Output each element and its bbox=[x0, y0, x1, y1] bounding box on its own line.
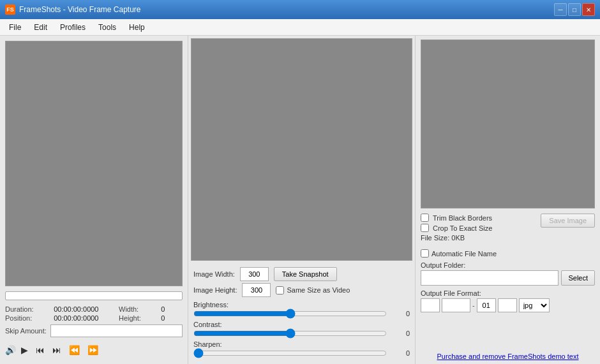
same-size-label: Same Size as Video bbox=[287, 286, 350, 294]
image-width-input[interactable] bbox=[240, 267, 269, 281]
left-panel: Duration: 00:00:00:0000 Width: 0 Positio… bbox=[0, 36, 188, 364]
crop-exact-size-row: Crop To Exact Size bbox=[421, 224, 492, 232]
sharpen-block: Sharpen: 0 bbox=[193, 340, 410, 358]
contrast-block: Contrast: 0 bbox=[193, 321, 410, 338]
title-bar-controls: ─ □ ✕ bbox=[554, 3, 595, 16]
menu-profiles[interactable]: Profiles bbox=[54, 21, 92, 34]
info-grid: Duration: 00:00:00:0000 Width: 0 Positio… bbox=[5, 305, 183, 322]
format-field-4[interactable] bbox=[498, 298, 517, 312]
right-panel: Trim Black Borders Crop To Exact Size Sa… bbox=[415, 36, 600, 364]
position-value: 00:00:00:0000 bbox=[54, 314, 116, 322]
brightness-value: 0 bbox=[391, 310, 410, 317]
sharpen-slider-container bbox=[193, 349, 387, 358]
menu-bar: File Edit Profiles Tools Help bbox=[0, 19, 600, 36]
output-format-section: Output File Format: - jpg png bmp bbox=[421, 289, 595, 312]
contrast-label: Contrast: bbox=[193, 321, 410, 328]
sharpen-label: Sharpen: bbox=[193, 340, 410, 348]
rewind-button[interactable]: ⏪ bbox=[66, 344, 82, 356]
main-content: Duration: 00:00:00:0000 Width: 0 Positio… bbox=[0, 36, 600, 364]
prev-frame-button[interactable]: ⏮ bbox=[33, 344, 47, 356]
video-preview-left bbox=[5, 41, 183, 286]
minimize-button[interactable]: ─ bbox=[554, 3, 567, 16]
output-folder-section: Output Folder: Select bbox=[421, 261, 595, 286]
auto-filename-label: Automatic File Name bbox=[431, 250, 497, 258]
brightness-slider[interactable] bbox=[193, 309, 387, 318]
format-field-3[interactable] bbox=[477, 298, 496, 312]
title-bar-left: FS FrameShots - Video Frame Capture bbox=[5, 4, 141, 15]
format-field-1[interactable] bbox=[421, 298, 440, 312]
app-icon: FS bbox=[5, 4, 15, 15]
right-video-preview bbox=[421, 40, 595, 208]
format-inputs: - jpg png bmp bbox=[421, 298, 595, 312]
save-image-button[interactable]: Save Image bbox=[541, 214, 595, 228]
height-label: Height: bbox=[119, 314, 158, 322]
format-ext-select[interactable]: jpg png bmp bbox=[519, 298, 550, 312]
next-frame-button[interactable]: ⏭ bbox=[50, 344, 64, 356]
format-dash: - bbox=[472, 302, 475, 309]
file-size-row: File Size: 0KB bbox=[421, 234, 595, 242]
volume-icon: 🔊 bbox=[5, 345, 16, 355]
auto-filename-checkbox[interactable] bbox=[421, 249, 429, 258]
controls-area: Image Width: Take Snapshot Image Height:… bbox=[188, 263, 415, 364]
same-size-checkbox[interactable] bbox=[276, 286, 284, 295]
brightness-label: Brightness: bbox=[193, 301, 410, 309]
same-size-row: Same Size as Video bbox=[276, 286, 350, 295]
brightness-block: Brightness: 0 bbox=[193, 301, 410, 318]
duration-label: Duration: bbox=[5, 305, 51, 313]
fast-forward-button[interactable]: ⏩ bbox=[85, 344, 101, 356]
width-label: Width: bbox=[119, 305, 158, 313]
transport-controls: 🔊 ▶ ⏮ ⏭ ⏪ ⏩ bbox=[5, 341, 183, 359]
save-row: Save Image bbox=[541, 214, 595, 228]
brightness-slider-container bbox=[193, 309, 387, 318]
sharpen-row: 0 bbox=[193, 349, 410, 358]
file-size-value: 0KB bbox=[451, 234, 465, 242]
crop-exact-size-checkbox[interactable] bbox=[421, 224, 429, 232]
controls-row-1: Image Width: Take Snapshot bbox=[193, 267, 410, 281]
crop-exact-size-label: Crop To Exact Size bbox=[433, 224, 492, 232]
controls-row-2: Image Height: Same Size as Video bbox=[193, 283, 410, 297]
contrast-slider[interactable] bbox=[193, 329, 387, 338]
file-size-label: File Size: bbox=[421, 234, 449, 242]
progress-bar-container bbox=[5, 291, 183, 302]
output-folder-label: Output Folder: bbox=[421, 261, 595, 269]
trim-black-borders-label: Trim Black Borders bbox=[433, 214, 492, 222]
duration-value: 00:00:00:0000 bbox=[54, 305, 116, 313]
menu-help[interactable]: Help bbox=[123, 21, 151, 34]
close-button[interactable]: ✕ bbox=[582, 3, 595, 16]
position-label: Position: bbox=[5, 314, 51, 322]
contrast-row: 0 bbox=[193, 329, 410, 338]
menu-tools[interactable]: Tools bbox=[92, 21, 123, 34]
skip-row: Skip Amount: bbox=[5, 324, 183, 337]
app-title: FrameShots - Video Frame Capture bbox=[19, 5, 141, 14]
trim-black-borders-row: Trim Black Borders bbox=[421, 214, 492, 222]
width-value: 0 bbox=[161, 305, 183, 313]
title-bar: FS FrameShots - Video Frame Capture ─ □ … bbox=[0, 0, 600, 19]
trim-black-borders-checkbox[interactable] bbox=[421, 214, 429, 222]
sharpen-slider[interactable] bbox=[193, 349, 387, 358]
skip-amount-input[interactable] bbox=[50, 324, 183, 337]
middle-panel: Image Width: Take Snapshot Image Height:… bbox=[188, 36, 415, 364]
format-field-2[interactable] bbox=[442, 298, 470, 312]
height-value: 0 bbox=[161, 314, 183, 322]
progress-bar[interactable] bbox=[5, 291, 183, 300]
select-button[interactable]: Select bbox=[561, 270, 595, 286]
image-width-label: Image Width: bbox=[193, 270, 235, 278]
output-format-label: Output File Format: bbox=[421, 289, 595, 297]
auto-filename-row: Automatic File Name bbox=[421, 249, 595, 258]
maximize-button[interactable]: □ bbox=[568, 3, 581, 16]
trim-section: Trim Black Borders Crop To Exact Size Sa… bbox=[421, 214, 595, 245]
image-height-input[interactable] bbox=[242, 283, 271, 297]
take-snapshot-button[interactable]: Take Snapshot bbox=[274, 267, 337, 281]
menu-file[interactable]: File bbox=[3, 21, 27, 34]
sharpen-value: 0 bbox=[391, 349, 410, 357]
contrast-slider-container bbox=[193, 329, 387, 338]
folder-input-row: Select bbox=[421, 270, 595, 286]
output-folder-input[interactable] bbox=[421, 270, 559, 286]
image-height-label: Image Height: bbox=[193, 286, 237, 294]
play-button[interactable]: ▶ bbox=[19, 344, 31, 356]
video-preview-main bbox=[191, 38, 412, 261]
menu-edit[interactable]: Edit bbox=[27, 21, 54, 34]
skip-amount-label: Skip Amount: bbox=[5, 327, 47, 335]
purchase-link[interactable]: Purchase and remove FrameShots demo text bbox=[421, 353, 595, 360]
contrast-value: 0 bbox=[391, 330, 410, 337]
